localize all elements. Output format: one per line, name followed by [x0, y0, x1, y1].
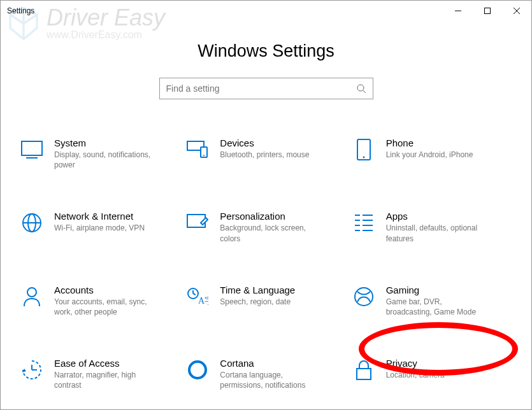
svg-rect-1	[485, 8, 491, 14]
svg-point-12	[363, 157, 364, 159]
titlebar: Settings	[1, 1, 531, 21]
svg-text:A字: A字	[198, 296, 208, 306]
system-icon	[20, 138, 44, 162]
svg-point-10	[203, 155, 205, 156]
tile-system[interactable]: System Display, sound, notifications, po…	[17, 135, 183, 173]
globe-icon	[20, 211, 44, 235]
window-controls	[443, 1, 531, 21]
tile-apps[interactable]: Apps Uninstall, defaults, optional featu…	[349, 208, 515, 246]
tile-gaming[interactable]: Gaming Game bar, DVR, broadcasting, Game…	[349, 282, 515, 320]
search-input[interactable]	[166, 83, 356, 94]
tile-title: Accounts	[54, 285, 156, 295]
tile-title: Apps	[386, 211, 488, 222]
tile-personalization[interactable]: Personalization Background, lock screen,…	[183, 208, 349, 246]
person-icon	[20, 285, 44, 309]
tile-network[interactable]: Network & Internet Wi-Fi, airplane mode,…	[17, 208, 183, 246]
svg-rect-6	[22, 141, 42, 155]
tile-time-language[interactable]: A字 Time & Language Speech, region, date	[183, 282, 349, 320]
tile-title: Gaming	[386, 285, 488, 295]
tile-title: Network & Internet	[54, 211, 145, 222]
tile-desc: Uninstall, defaults, optional features	[386, 223, 488, 243]
page-title: Windows Settings	[1, 41, 531, 61]
devices-icon	[185, 138, 210, 162]
tile-desc: Wi-Fi, airplane mode, VPN	[54, 223, 145, 233]
tile-desc: Bluetooth, printers, mouse	[220, 150, 309, 160]
tile-desc: Link your Android, iPhone	[386, 150, 473, 160]
tile-cortana[interactable]: Cortana Cortana language, permissions, n…	[183, 355, 349, 393]
phone-icon	[352, 138, 376, 162]
svg-point-34	[189, 362, 206, 378]
tile-title: System	[54, 138, 156, 148]
tile-ease-of-access[interactable]: Ease of Access Narrator, magnifier, high…	[17, 355, 183, 393]
minimize-icon	[455, 8, 461, 14]
svg-line-28	[193, 293, 196, 295]
apps-icon	[352, 211, 376, 235]
tile-phone[interactable]: Phone Link your Android, iPhone	[349, 135, 515, 173]
maximize-button[interactable]	[473, 1, 502, 21]
svg-line-5	[363, 90, 366, 93]
tile-title: Personalization	[220, 211, 322, 222]
tile-title: Privacy	[386, 358, 445, 369]
tile-desc: Narrator, magnifier, high contrast	[54, 370, 156, 390]
minimize-button[interactable]	[443, 1, 473, 21]
svg-rect-35	[357, 369, 371, 379]
close-button[interactable]	[502, 1, 531, 21]
tile-title: Devices	[220, 138, 309, 148]
cortana-icon	[185, 358, 210, 382]
xbox-icon	[352, 285, 376, 309]
tile-title: Time & Language	[220, 285, 295, 295]
time-language-icon: A字	[185, 285, 210, 309]
tile-desc: Location, camera	[386, 370, 445, 380]
tile-desc: Display, sound, notifications, power	[54, 150, 156, 170]
lock-icon	[352, 358, 376, 382]
ease-icon	[20, 358, 44, 382]
tile-accounts[interactable]: Accounts Your accounts, email, sync, wor…	[17, 282, 183, 320]
settings-grid: System Display, sound, notifications, po…	[1, 99, 531, 406]
tile-title: Ease of Access	[54, 358, 156, 369]
tile-desc: Background, lock screen, colors	[220, 223, 322, 243]
search-icon	[356, 83, 366, 94]
close-icon	[514, 8, 520, 14]
tile-privacy[interactable]: Privacy Location, camera	[349, 355, 515, 393]
maximize-icon	[484, 8, 491, 14]
tile-desc: Speech, region, date	[220, 297, 295, 307]
tile-devices[interactable]: Devices Bluetooth, printers, mouse	[183, 135, 349, 173]
tile-desc: Game bar, DVR, broadcasting, Game Mode	[386, 297, 488, 317]
window-title: Settings	[7, 6, 34, 15]
tile-desc: Your accounts, email, sync, work, other …	[54, 297, 156, 317]
tile-title: Phone	[386, 138, 473, 148]
svg-point-4	[357, 85, 364, 91]
watermark-url: www.DriverEasy.com	[47, 29, 165, 41]
paint-icon	[185, 211, 210, 235]
tile-desc: Cortana language, permissions, notificat…	[220, 370, 322, 390]
tile-title: Cortana	[220, 358, 322, 369]
search-box[interactable]	[159, 78, 373, 99]
svg-point-25	[27, 288, 36, 297]
